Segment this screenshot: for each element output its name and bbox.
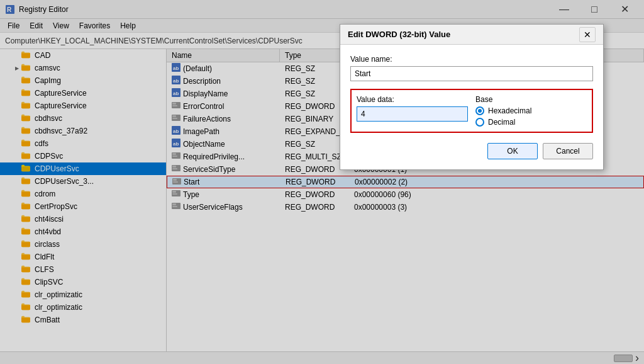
value-data-input[interactable] <box>357 106 468 122</box>
radio-decimal[interactable]: Decimal <box>475 118 587 127</box>
dialog-title-bar: Edit DWORD (32-bit) Value ✕ <box>340 25 603 45</box>
base-label: Base <box>475 95 587 104</box>
dialog-buttons: OK Cancel <box>350 143 593 159</box>
cancel-button[interactable]: Cancel <box>543 143 593 159</box>
dialog-title: Edit DWORD (32-bit) Value <box>348 30 579 39</box>
value-data-col: Value data: <box>357 95 468 127</box>
radio-dec-label: Decimal <box>488 118 515 127</box>
edit-dword-dialog: Edit DWORD (32-bit) Value ✕ Value name: … <box>340 24 604 170</box>
dialog-close-button[interactable]: ✕ <box>579 27 596 42</box>
radio-group: Hexadecimal Decimal <box>475 106 587 127</box>
ok-button[interactable]: OK <box>487 143 538 159</box>
base-col: Base Hexadecimal Decimal <box>475 95 587 127</box>
value-name-label: Value name: <box>350 55 593 64</box>
value-name-input[interactable] <box>350 66 593 81</box>
radio-hexadecimal[interactable]: Hexadecimal <box>475 106 587 115</box>
value-data-label: Value data: <box>357 95 468 104</box>
radio-hex-label: Hexadecimal <box>488 106 531 115</box>
value-data-base-row: Value data: Base Hexadecimal Decimal <box>350 89 593 133</box>
dialog-body: Value name: Value data: Base Hexadecimal… <box>340 45 603 169</box>
radio-hex-circle <box>475 106 484 115</box>
radio-dec-circle <box>475 118 484 127</box>
